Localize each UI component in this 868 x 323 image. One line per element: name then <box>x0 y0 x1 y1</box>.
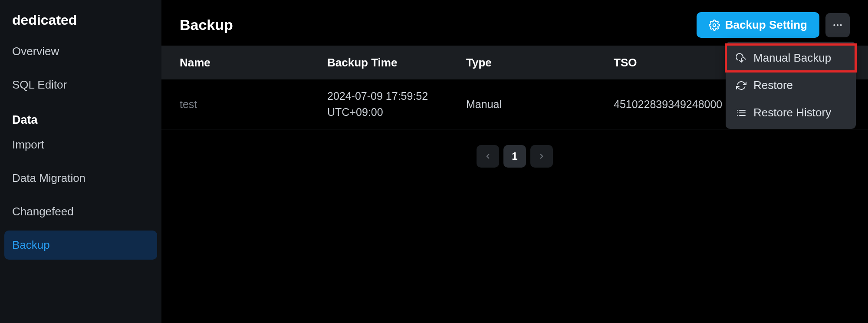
pagination-prev-button[interactable] <box>477 145 499 168</box>
more-actions-dropdown: Manual Backup Restore <box>726 42 856 129</box>
svg-point-1 <box>833 24 835 26</box>
dropdown-item-manual-backup[interactable]: Manual Backup <box>726 44 856 72</box>
sidebar-item-label: Overview <box>12 45 59 58</box>
col-header-type: Type <box>466 56 614 69</box>
backup-time-line2: UTC+09:00 <box>327 104 466 121</box>
dropdown-item-label: Restore <box>753 79 793 92</box>
sidebar-section-data: Data <box>4 104 157 130</box>
refresh-icon <box>736 80 746 91</box>
dropdown-item-restore-history[interactable]: Restore History <box>726 99 856 126</box>
cloud-download-icon <box>736 53 746 63</box>
sidebar-item-label: Changefeed <box>12 205 74 218</box>
gear-icon <box>709 20 720 31</box>
dropdown-item-label: Restore History <box>753 106 831 119</box>
sidebar-item-label: Data Migration <box>12 171 85 185</box>
pagination: 1 <box>161 129 868 183</box>
more-actions-button[interactable] <box>825 13 850 37</box>
sidebar-item-sql-editor[interactable]: SQL Editor <box>4 70 157 99</box>
button-label: Backup Setting <box>725 18 807 32</box>
sidebar-item-label: Backup <box>12 238 50 251</box>
sidebar-item-import[interactable]: Import <box>4 130 157 159</box>
page-title: Backup <box>180 16 233 33</box>
main-header: Backup Backup Setting <box>161 0 868 46</box>
dots-horizontal-icon <box>832 20 843 31</box>
sidebar-item-backup[interactable]: Backup <box>4 231 157 260</box>
sidebar: dedicated Overview SQL Editor Data Impor… <box>0 0 161 323</box>
sidebar-item-overview[interactable]: Overview <box>4 37 157 66</box>
backup-setting-button[interactable]: Backup Setting <box>697 12 819 38</box>
cell-backup-time: 2024-07-09 17:59:52 UTC+09:00 <box>327 88 466 121</box>
main-content: Backup Backup Setting <box>161 0 868 323</box>
header-actions: Backup Setting <box>697 12 850 38</box>
dropdown-item-label: Manual Backup <box>753 51 831 65</box>
pagination-page-1[interactable]: 1 <box>503 145 526 168</box>
chevron-right-icon <box>538 152 546 160</box>
sidebar-title: dedicated <box>4 12 157 37</box>
dropdown-item-restore[interactable]: Restore <box>726 72 856 99</box>
list-icon <box>736 108 746 118</box>
cell-name: test <box>180 98 327 111</box>
svg-point-0 <box>713 23 716 26</box>
svg-point-3 <box>840 24 842 26</box>
sidebar-item-data-migration[interactable]: Data Migration <box>4 164 157 193</box>
col-header-name: Name <box>180 56 327 69</box>
cell-type: Manual <box>466 98 614 111</box>
chevron-left-icon <box>484 152 492 160</box>
col-header-backup-time: Backup Time <box>327 54 466 71</box>
backup-time-line1: 2024-07-09 17:59:52 <box>327 88 466 105</box>
svg-point-2 <box>837 24 838 26</box>
pagination-next-button[interactable] <box>530 145 553 168</box>
sidebar-item-label: Import <box>12 138 44 151</box>
sidebar-item-label: SQL Editor <box>12 78 67 91</box>
sidebar-item-changefeed[interactable]: Changefeed <box>4 197 157 226</box>
